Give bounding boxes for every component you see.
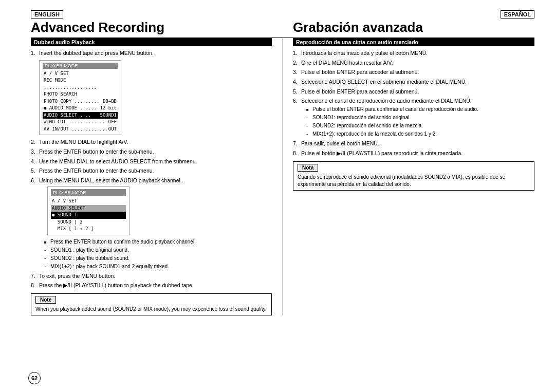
step-4: 4. Use the MENU DIAL to select AUDIO SEL…	[31, 158, 272, 165]
step-2: 2. Turn the MENU DIAL to highlight A/V.	[31, 138, 272, 146]
right-step-1-text: Introduzca la cinta mezclada y pulse el …	[301, 50, 428, 56]
right-step-6-num: 6.	[293, 97, 298, 105]
step-2-text: Turn the MENU DIAL to highlight A/V.	[39, 139, 128, 145]
menu-diagram-1: PLAYER MODE A / V SET REC MODE .........…	[39, 60, 121, 136]
content-area: Dubbed audio Playback 1. Insert the dubb…	[31, 38, 534, 315]
sub-step-1: SOUND1 : play the original sound.	[44, 247, 272, 254]
right-step-6-text: Seleccione el canal de reproducción de a…	[301, 98, 472, 104]
lang-badges-row: ENGLISH ESPAÑOL	[31, 10, 534, 18]
right-step-4-num: 4.	[293, 78, 298, 86]
right-step-4: 4. Seleccione AUDIO SELECT en el submenú…	[293, 78, 534, 86]
step-7-text: To exit, press the MENU button.	[39, 273, 115, 279]
step-7-num: 7.	[31, 272, 35, 280]
menu1-item-audio-mode: ● AUDIO MODE ......12 bit	[43, 105, 118, 112]
menu-diagram-2: PLAYER MODE A / V SET AUDIO SELECT ● SOU…	[47, 186, 130, 235]
right-step-8-num: 8.	[293, 150, 298, 157]
step-2-num: 2.	[31, 138, 35, 146]
right-note-text: Cuando se reproduce el sonido adicional …	[298, 174, 530, 188]
step-1: 1. Insert the dubbed tape and press MENU…	[31, 49, 272, 57]
right-step-3: 3. Pulse el botón ENTER para acceder al …	[293, 68, 534, 76]
step-1-num: 1.	[31, 49, 35, 57]
menu2-item-sound2: SOUND | 2	[51, 219, 126, 226]
menu1-item-photo-search: PHOTO SEARCH	[43, 91, 118, 98]
step-3-text: Press the ENTER button to enter the sub-…	[39, 148, 154, 155]
right-sub-step-1: SOUND1: reproducción del sonido original…	[306, 114, 534, 121]
right-step-5: 5. Pulse el botón ENTER para acceder al …	[293, 88, 534, 96]
right-note-box: Nota Cuando se reproduce el sonido adici…	[293, 161, 534, 191]
step-8: 8. Press the ▶/II (PLAY/STILL) button to…	[31, 282, 272, 289]
right-step-2-text: Gire el DIAL MENÚ hasta resaltar A/V.	[301, 60, 393, 66]
right-step-8-text: Pulse el botón ▶/II (PLAY/STILL) para re…	[301, 150, 462, 156]
menu1-item-rec: REC MODE ...................	[43, 77, 118, 91]
left-note-header: Note	[35, 296, 56, 304]
title-left: Advanced Recording	[31, 20, 283, 35]
menu1-item-wind-cut: WIND CUT .............OFF	[43, 119, 118, 126]
menu2-item-audio-select-hdr: AUDIO SELECT	[51, 205, 126, 212]
menu2-item-mix: MIX [ 1 + 2 ]	[51, 226, 126, 233]
right-section-header: Reproducción de una cinta con audio mezc…	[293, 38, 534, 46]
right-column: Reproducción de una cinta con audio mezc…	[283, 38, 534, 315]
menu2-title: PLAYER MODE	[51, 189, 126, 197]
right-step-1: 1. Introduzca la cinta mezclada y pulse …	[293, 49, 534, 57]
right-step-7-text: Para salir, pulse el botón MENÚ.	[301, 140, 379, 146]
right-sub-step-3: MIX(1+2): reproducción de la mezcla de s…	[306, 130, 534, 138]
step-8-text: Press the ▶/II (PLAY/STILL) button to pl…	[39, 282, 194, 288]
lang-badge-english: ENGLISH	[31, 10, 63, 18]
menu1-item-av-inout: AV IN/OUT .............OUT	[43, 126, 118, 133]
step-1-text: Insert the dubbed tape and press MENU bu…	[39, 50, 154, 56]
lang-badge-espanol: ESPAÑOL	[501, 10, 534, 18]
left-bullet-confirm: Press the ENTER button to confirm the au…	[44, 238, 272, 246]
step-5-num: 5.	[31, 167, 35, 175]
right-step-2-num: 2.	[293, 59, 298, 67]
sub-step-3: MIX(1+2) : play back SOUND1 and 2 equall…	[44, 263, 272, 270]
step-3-num: 3.	[31, 148, 35, 156]
left-sub-steps: SOUND1 : play the original sound. SOUND2…	[44, 247, 272, 270]
left-note-box: Note When you playback added sound (SOUN…	[31, 293, 272, 315]
menu1-item-audio-select: AUDIO SELECT ....SOUND1	[43, 112, 118, 119]
menu1-item-av: A / V SET	[43, 70, 118, 78]
title-right: Grabación avanzada	[283, 20, 534, 35]
right-sub-steps: SOUND1: reproducción del sonido original…	[306, 114, 534, 138]
right-step-2: 2. Gire el DIAL MENÚ hasta resaltar A/V.	[293, 59, 534, 67]
right-step-7: 7. Para salir, pulse el botón MENÚ.	[293, 140, 534, 147]
step-6: 6. Using the MENU DIAL, select the AUDIO…	[31, 177, 272, 270]
left-steps: 1. Insert the dubbed tape and press MENU…	[31, 49, 272, 289]
menu2-item-av: A / V SET	[51, 198, 126, 205]
right-step-1-num: 1.	[293, 49, 298, 57]
menu2-item-sound1: ● SOUND 1	[51, 212, 126, 219]
step-7: 7. To exit, press the MENU button.	[31, 272, 272, 280]
left-column: Dubbed audio Playback 1. Insert the dubb…	[31, 38, 283, 315]
step-8-num: 8.	[31, 282, 35, 289]
step-5: 5. Press the ENTER button to enter the s…	[31, 167, 272, 175]
sub-step-2: SOUND2 : play the dubbed sound.	[44, 255, 272, 262]
step-4-text: Use the MENU DIAL to select AUDIO SELECT…	[39, 158, 197, 164]
right-step-3-text: Pulse el botón ENTER para acceder al sub…	[301, 69, 419, 75]
page-number: 62	[28, 372, 41, 384]
step-6-num: 6.	[31, 177, 35, 184]
menu1-item-photo-copy: PHOTO COPY .........DB↔BD	[43, 98, 118, 105]
right-step-5-num: 5.	[293, 88, 298, 96]
page: ENGLISH ESPAÑOL Advanced Recording Graba…	[0, 0, 555, 392]
right-step-4-text: Seleccione AUDIO SELECT en el submenú me…	[301, 79, 467, 85]
right-step-6: 6. Seleccione el canal de reproducción d…	[293, 97, 534, 138]
right-steps: 1. Introduzca la cinta mezclada y pulse …	[293, 49, 534, 157]
step-4-num: 4.	[31, 158, 35, 165]
step-5-text: Press the ENTER button to enter the sub-…	[39, 167, 154, 174]
right-sub-step-2: SOUND2: reproducción del sonido de la me…	[306, 122, 534, 129]
menu1-title: PLAYER MODE	[43, 63, 118, 69]
left-note-text: When you playback added sound (SOUND2 or…	[35, 306, 267, 313]
right-step-8: 8. Pulse el botón ▶/II (PLAY/STILL) para…	[293, 150, 534, 157]
right-step-3-num: 3.	[293, 68, 298, 76]
left-section-header: Dubbed audio Playback	[31, 38, 272, 46]
right-step-7-num: 7.	[293, 140, 298, 147]
right-step-5-text: Pulse el botón ENTER para acceder al sub…	[301, 88, 419, 95]
step-6-text: Using the MENU DIAL, select the AUDIO pl…	[39, 177, 182, 183]
right-bullet-confirm: Pulse el botón ENTER para confirmar el c…	[306, 106, 534, 113]
right-note-header: Nota	[298, 164, 318, 172]
step-3: 3. Press the ENTER button to enter the s…	[31, 148, 272, 156]
titles-row: Advanced Recording Grabación avanzada	[31, 20, 534, 38]
